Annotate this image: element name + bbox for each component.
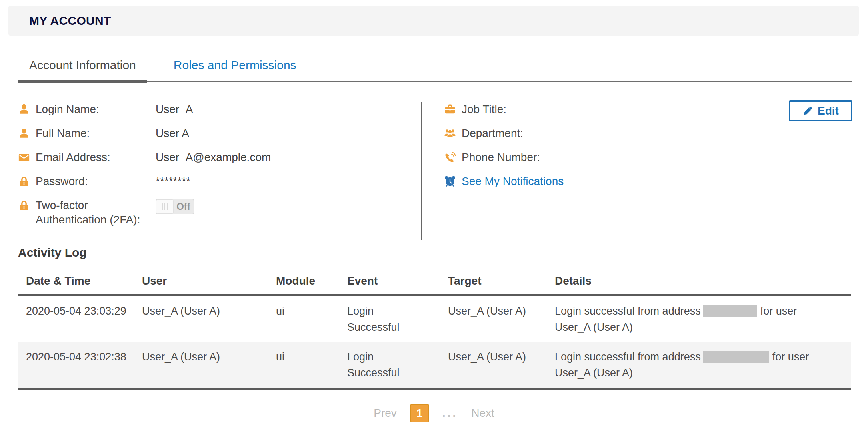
pencil-icon	[802, 106, 813, 116]
cell-target: User_A (User A)	[448, 295, 555, 342]
cell-target: User_A (User A)	[448, 342, 555, 389]
department-icon	[444, 127, 456, 139]
login-name-value: User_A	[156, 102, 193, 117]
cell-event: Login Successful	[347, 342, 448, 389]
table-header-row: Date & Time User Module Event Target Det…	[18, 269, 851, 295]
cell-user: User_A (User A)	[142, 342, 276, 389]
redacted-address-box	[703, 305, 757, 317]
lock-icon	[18, 199, 30, 211]
pagination-prev-button[interactable]: Prev	[374, 407, 397, 420]
column-header-details: Details	[555, 269, 851, 295]
edit-button-label: Edit	[818, 104, 839, 117]
tab-account-information[interactable]: Account Information	[18, 58, 147, 81]
field-label: Login Name:	[36, 102, 156, 117]
table-row: 2020-05-04 23:03:29 User_A (User A) ui L…	[18, 295, 851, 342]
cell-module: ui	[276, 342, 347, 389]
field-label: Password:	[36, 174, 156, 189]
pagination: Prev 1 ... Next	[0, 404, 868, 422]
edit-button[interactable]: Edit	[789, 100, 852, 121]
field-full-name: Full Name: User A	[18, 126, 421, 141]
pagination-ellipsis: ...	[442, 407, 458, 420]
user-icon	[18, 127, 30, 139]
email-address-value: User_A@example.com	[156, 150, 271, 165]
full-name-value: User A	[156, 126, 189, 141]
field-phone-number: Phone Number:	[444, 150, 852, 165]
toggle-state-label: Off	[173, 199, 194, 214]
briefcase-icon	[444, 103, 456, 115]
cell-event: Login Successful	[347, 295, 448, 342]
field-notifications: See My Notifications	[444, 174, 852, 189]
field-login-name: Login Name: User_A	[18, 102, 421, 117]
page-title: MY ACCOUNT	[29, 14, 111, 28]
field-label: Full Name:	[36, 126, 156, 141]
column-header-event: Event	[347, 269, 448, 295]
field-label: Job Title:	[462, 102, 582, 117]
activity-log-title: Activity Log	[18, 246, 868, 259]
table-row: 2020-05-04 23:02:38 User_A (User A) ui L…	[18, 342, 851, 389]
activity-log-table: Date & Time User Module Event Target Det…	[18, 269, 851, 390]
user-icon	[18, 103, 30, 115]
tab-roles-and-permissions[interactable]: Roles and Permissions	[162, 58, 308, 81]
two-factor-toggle[interactable]: Off	[156, 199, 194, 214]
cell-user: User_A (User A)	[142, 295, 276, 342]
account-information-panel: Login Name: User_A Full Name: User A Ema…	[18, 100, 852, 240]
field-department: Department:	[444, 126, 852, 141]
cell-details: Login successful from addressfor user Us…	[555, 342, 851, 389]
column-header-user: User	[142, 269, 276, 295]
field-email-address: Email Address: User_A@example.com	[18, 150, 421, 165]
field-label: Department:	[462, 126, 582, 141]
phone-icon	[444, 151, 456, 163]
toggle-knob	[156, 200, 173, 213]
column-header-target: Target	[448, 269, 555, 295]
field-two-factor-authentication: Two-factor Authentication (2FA): Off	[18, 198, 421, 227]
mail-icon	[18, 151, 30, 163]
alarm-clock-icon	[444, 175, 456, 187]
lock-icon	[18, 175, 30, 187]
field-label: Two-factor Authentication (2FA):	[36, 198, 156, 227]
field-label: Phone Number:	[462, 150, 582, 165]
pagination-next-button[interactable]: Next	[471, 407, 494, 420]
cell-datetime: 2020-05-04 23:03:29	[18, 295, 142, 342]
redacted-address-box	[703, 351, 769, 363]
pagination-page-1-button[interactable]: 1	[410, 404, 429, 422]
password-masked-value: ********	[156, 174, 190, 189]
account-fields-right: Job Title: Department: Phone Number: See…	[422, 100, 852, 240]
see-my-notifications-link[interactable]: See My Notifications	[462, 174, 564, 189]
two-factor-toggle-wrap: Off	[156, 198, 194, 214]
field-label: Email Address:	[36, 150, 156, 165]
column-header-datetime: Date & Time	[18, 269, 142, 295]
cell-module: ui	[276, 295, 347, 342]
column-header-module: Module	[276, 269, 347, 295]
cell-datetime: 2020-05-04 23:02:38	[18, 342, 142, 389]
page-header: MY ACCOUNT	[8, 6, 859, 36]
field-password: Password: ********	[18, 174, 421, 189]
account-fields-left: Login Name: User_A Full Name: User A Ema…	[18, 100, 421, 240]
cell-details: Login successful from addressfor user Us…	[555, 295, 851, 342]
tab-bar: Account Information Roles and Permission…	[18, 58, 852, 82]
